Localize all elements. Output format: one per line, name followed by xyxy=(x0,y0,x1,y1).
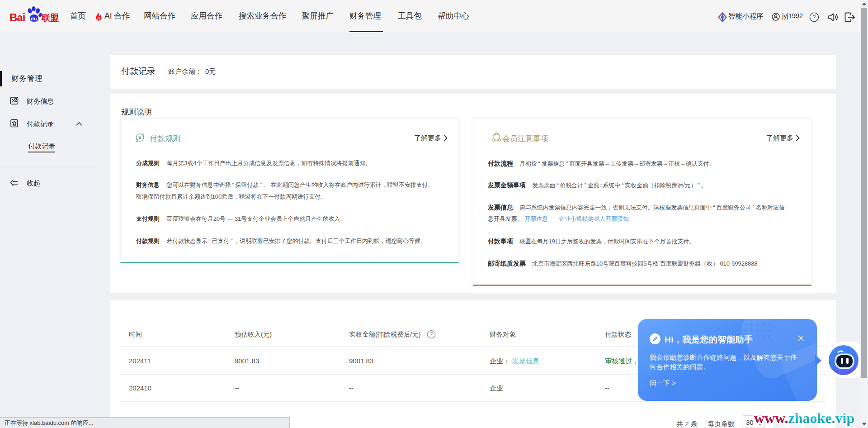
svg-text:du: du xyxy=(31,16,37,21)
svg-text:?: ? xyxy=(812,14,816,20)
svg-text:?: ? xyxy=(430,331,433,338)
